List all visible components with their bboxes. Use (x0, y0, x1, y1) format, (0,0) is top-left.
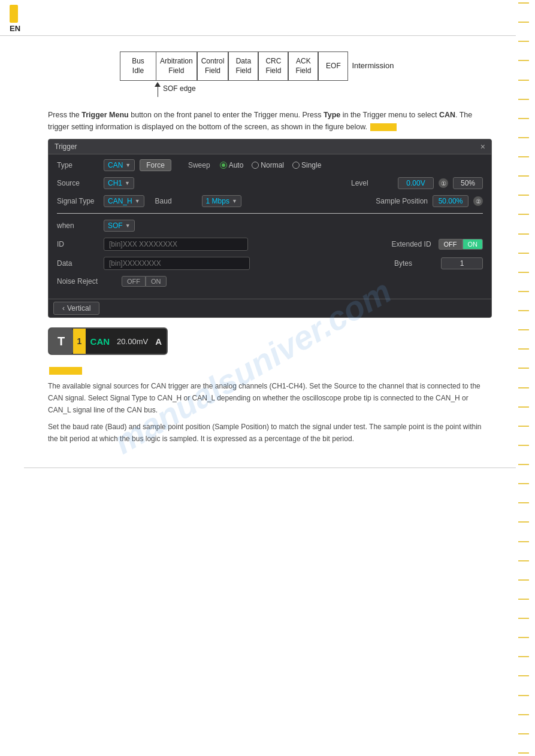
signal-type-dropdown-arrow: ▼ (135, 198, 140, 204)
tick-mark (518, 752, 529, 754)
trigger-dialog-titlebar: Trigger × (49, 139, 491, 154)
tick-mark (518, 214, 529, 215)
can-frame-row: BusIdle ArbitrationField ControlField Da… (120, 51, 397, 81)
yellow-highlight-2 (49, 367, 82, 375)
type-label: Type (57, 161, 99, 169)
vertical-button[interactable]: ‹ Vertical (53, 302, 99, 315)
tick-mark (518, 368, 529, 369)
can-frame-crc: CRCField (258, 51, 288, 81)
tick-mark (518, 675, 529, 676)
trigger-dialog[interactable]: Trigger × Type CAN ▼ Force Sweep Auto (48, 139, 492, 318)
sweep-radio-group: Auto Normal Single (220, 161, 322, 169)
tick-mark (518, 41, 529, 42)
can-frame-control: ControlField (197, 51, 229, 81)
sweep-auto-radio[interactable] (220, 162, 227, 169)
trigger-dialog-close-button[interactable]: × (480, 142, 485, 151)
tick-mark (518, 618, 529, 619)
source-dropdown-arrow: ▼ (125, 180, 130, 186)
tick-mark (518, 272, 529, 273)
tick-mark (518, 118, 529, 119)
sweep-normal[interactable]: Normal (252, 161, 284, 169)
tick-mark (518, 599, 529, 600)
sof-line (158, 86, 158, 97)
trigger-row-when: when SOF ▼ (57, 220, 483, 232)
when-select[interactable]: SOF ▼ (104, 220, 135, 232)
bytes-value[interactable]: 1 (441, 257, 483, 269)
tick-mark (518, 464, 529, 465)
body-paragraph-1: The available signal sources for CAN tri… (48, 381, 492, 416)
can-frame-bus-idle: BusIdle (120, 51, 156, 81)
sweep-normal-radio[interactable] (252, 162, 259, 169)
vertical-arrow-icon: ‹ (62, 304, 65, 312)
badge-T-label: T (49, 329, 73, 354)
main-content: BusIdle ArbitrationField ControlField Da… (0, 36, 516, 462)
tick-mark (518, 560, 529, 561)
logo-icon (10, 5, 18, 23)
sweep-single-label: Single (301, 161, 321, 169)
tick-mark (518, 175, 529, 177)
baud-dropdown-arrow: ▼ (232, 198, 237, 204)
logo-bar: EN (10, 5, 20, 33)
extended-id-label: Extended ID (392, 240, 434, 248)
intro-paragraph: Press the Trigger Menu button on the fro… (48, 109, 492, 133)
signal-type-select[interactable]: CAN_H ▼ (104, 195, 144, 207)
sweep-single-radio[interactable] (292, 162, 300, 169)
sweep-auto-label: Auto (229, 161, 244, 169)
level-value[interactable]: 0.00V (398, 177, 434, 189)
trigger-row-source: Source CH1 ▼ Level 0.00V ① 50% (57, 177, 483, 189)
id-input[interactable] (104, 238, 248, 251)
trigger-row-signal: Signal Type CAN_H ▼ Baud 1 Mbps ▼ Sample… (57, 195, 483, 207)
sweep-single[interactable]: Single (292, 161, 321, 169)
tick-mark (518, 541, 529, 542)
noise-on[interactable]: ON (146, 276, 167, 287)
sample-pos-label: Sample Position (376, 197, 428, 205)
sof-arrow (155, 82, 161, 97)
data-input[interactable] (104, 257, 250, 270)
signal-type-value: CAN_H (108, 197, 132, 205)
tick-mark (518, 99, 529, 100)
badge-channel-number: 1 (73, 329, 85, 354)
tick-mark (518, 733, 529, 734)
trigger-dialog-title-text: Trigger (55, 142, 77, 151)
baud-select[interactable]: 1 Mbps ▼ (202, 195, 241, 207)
sof-label: SOF edge (163, 84, 196, 93)
trigger-row-noise: Noise Reject OFF ON (57, 276, 483, 287)
can-frame-diagram: BusIdle ArbitrationField ControlField Da… (120, 51, 492, 97)
trigger-row-id: ID Extended ID OFF ON (57, 238, 483, 251)
trigger-dialog-body: Type CAN ▼ Force Sweep Auto Normal (49, 154, 491, 299)
extended-id-on[interactable]: ON (463, 239, 483, 250)
can-frame-intermission: Intermission (348, 51, 397, 81)
tick-mark (518, 695, 529, 696)
tick-mark (518, 348, 529, 350)
noise-reject-toggle[interactable]: OFF ON (122, 276, 167, 287)
tick-mark (518, 195, 529, 196)
extended-id-toggle[interactable]: OFF ON (439, 239, 483, 250)
when-dropdown-arrow: ▼ (125, 223, 131, 229)
tick-mark (518, 387, 529, 388)
tick-mark (518, 137, 529, 138)
tick-mark (518, 445, 529, 446)
trigger-row-data: Data Bytes 1 (57, 257, 483, 270)
sweep-auto[interactable]: Auto (220, 161, 244, 169)
tick-mark (518, 156, 529, 157)
trigger-row-type: Type CAN ▼ Force Sweep Auto Normal (57, 159, 483, 171)
sample-pos-value[interactable]: 50.00% (433, 195, 468, 207)
noise-off[interactable]: OFF (122, 276, 146, 287)
can-frame-data: DataField (228, 51, 258, 81)
tick-mark (518, 60, 529, 61)
extended-id-off[interactable]: OFF (439, 239, 463, 250)
source-select[interactable]: CH1 ▼ (104, 177, 134, 189)
vertical-label: Vertical (67, 304, 90, 312)
badge-value: 20.00mV (114, 329, 150, 354)
force-button[interactable]: Force (140, 159, 171, 171)
body-paragraph-2: Set the baud rate (Baud) and sample poin… (48, 421, 492, 445)
type-select[interactable]: CAN ▼ (104, 159, 135, 171)
level-pct[interactable]: 50% (453, 177, 483, 189)
tick-mark (518, 22, 529, 23)
tick-mark (518, 579, 529, 581)
tick-mark (518, 406, 529, 408)
tick-mark (518, 502, 529, 503)
sample-pos-info-icon: ② (473, 196, 483, 206)
badge-description (48, 362, 492, 375)
trigger-dialog-bottom-bar: ‹ Vertical (49, 299, 491, 317)
